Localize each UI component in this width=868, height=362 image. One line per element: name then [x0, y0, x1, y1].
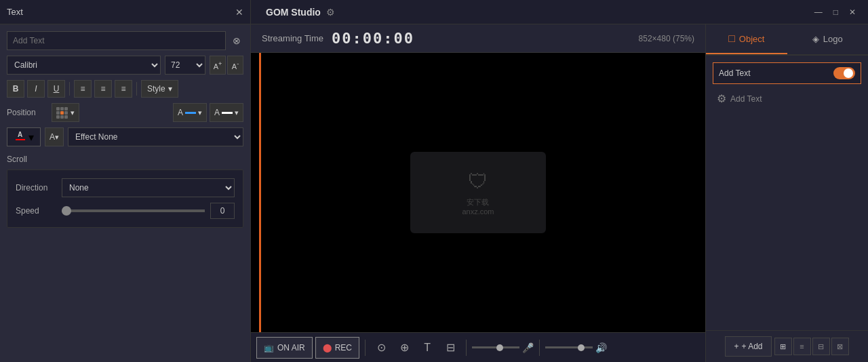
align-right-button[interactable]: ≡ — [115, 80, 132, 98]
logo-icon: ◈ — [812, 34, 819, 44]
a-label: A — [178, 108, 183, 117]
text-tool-button[interactable]: T — [417, 338, 437, 358]
chevron-down-icon-cp: ▾ — [28, 131, 34, 144]
pos-dot-8 — [60, 115, 64, 119]
watermark: 🛡 安下载anxz.com — [410, 152, 546, 233]
clear-text-button[interactable]: ⊗ — [230, 34, 243, 47]
pos-dot-1 — [56, 107, 60, 110]
speed-label: Speed — [16, 206, 56, 216]
a-small-label: A — [50, 132, 55, 142]
rec-label: REC — [335, 343, 352, 353]
style-label: Style — [147, 84, 165, 94]
mic-volume-slider[interactable] — [472, 346, 519, 348]
position-grid-button[interactable]: ▾ — [52, 103, 79, 122]
detail-view-button[interactable]: ⊟ — [812, 338, 830, 355]
left-panel: ⊗ Calibri 72 A+ A- B — [0, 24, 251, 362]
font-select[interactable]: Calibri — [7, 56, 161, 75]
text-icon: T — [424, 342, 431, 354]
speed-row: Speed 0 — [16, 203, 235, 219]
minimize-button[interactable]: — — [810, 6, 827, 18]
text-color-icon: A — [14, 131, 26, 143]
small-color-button[interactable]: A ▾ — [45, 127, 64, 146]
direction-select[interactable]: None — [62, 178, 235, 197]
left-panel-title-bar: Text ✕ — [0, 0, 251, 24]
bold-button[interactable]: B — [7, 80, 24, 98]
speaker-icon: 🔊 — [595, 342, 607, 353]
pos-dot-3 — [64, 107, 68, 110]
object-toggle[interactable] — [833, 67, 855, 79]
font-size-buttons: A+ A- — [210, 56, 243, 75]
chevron-down-icon-pos: ▾ — [71, 108, 75, 117]
font-row: Calibri 72 A+ A- — [7, 56, 243, 75]
object-tab-label: Object — [739, 34, 765, 44]
preview-area: 🛡 安下载anxz.com — [251, 53, 705, 332]
add-label: + Add — [741, 342, 762, 351]
scroll-section: Scroll Direction None Speed 0 — [7, 155, 243, 228]
settings-gear-icon[interactable]: ⚙ — [717, 92, 726, 105]
crop-icon: ⊕ — [400, 341, 409, 354]
format-row: B I U ≡ ≡ ≡ Style ▾ — [7, 80, 243, 98]
chevron-small: ▾ — [55, 133, 59, 142]
direction-label: Direction — [16, 183, 56, 193]
rec-button[interactable]: ⬤ REC — [315, 337, 359, 359]
tv-icon: 📺 — [264, 343, 274, 353]
tab-logo[interactable]: ◈ Logo — [787, 24, 869, 54]
style-button[interactable]: Style ▾ — [141, 80, 178, 98]
pos-dot-4 — [56, 111, 60, 115]
position-grid-icon — [56, 107, 68, 119]
rec-icon: ⬤ — [323, 343, 332, 353]
chevron-bg-color: ▾ — [235, 108, 239, 117]
position-label: Position — [7, 108, 47, 117]
right-grid-buttons: ⊞ ≡ ⊟ ⊠ — [774, 338, 849, 355]
maximize-button[interactable]: □ — [829, 6, 842, 18]
sort-button[interactable]: ⊠ — [831, 338, 849, 355]
text-input-row: ⊗ — [7, 31, 243, 50]
pos-dot-9 — [64, 115, 68, 119]
right-bottom-buttons: + + Add ⊞ ≡ ⊟ ⊠ — [706, 330, 868, 362]
align-left-button[interactable]: ≡ — [74, 80, 92, 98]
color-swatch-white — [222, 112, 233, 114]
scroll-direction-row: Direction None — [16, 178, 235, 197]
decrease-font-button[interactable]: A- — [227, 56, 243, 75]
on-air-label: ON AIR — [277, 343, 305, 353]
logo-tab-label: Logo — [823, 34, 843, 44]
tab-object[interactable]: □ Object — [706, 24, 787, 54]
mic-icon: 🎤 — [522, 342, 534, 353]
watermark-text: 安下载anxz.com — [462, 197, 494, 216]
font-size-select[interactable]: 72 — [165, 56, 205, 75]
color-picker-button[interactable]: A ▾ — [7, 127, 41, 146]
close-button[interactable]: ✕ — [845, 6, 860, 18]
text-bg-color-button[interactable]: A ▾ — [210, 103, 243, 122]
increase-font-button[interactable]: A+ — [210, 56, 226, 75]
bottom-toolbar: 📺 ON AIR ⬤ REC ⊙ ⊕ T ⊟ — [251, 332, 705, 362]
object-item-add-text[interactable]: Add Text — [713, 62, 861, 84]
gear-icon[interactable]: ⚙ — [326, 7, 335, 18]
underline-button[interactable]: U — [47, 80, 65, 98]
toolbar-separator-2 — [466, 340, 467, 356]
speed-slider[interactable] — [62, 209, 205, 212]
on-air-button[interactable]: 📺 ON AIR — [256, 337, 313, 359]
align-center-button[interactable]: ≡ — [94, 80, 112, 98]
image-button[interactable]: ⊟ — [440, 338, 460, 358]
add-text-input[interactable] — [7, 31, 226, 50]
speaker-volume-slider[interactable] — [545, 346, 593, 348]
grid-view-button[interactable]: ⊞ — [774, 338, 792, 355]
pos-dot-6 — [64, 111, 68, 115]
add-button[interactable]: + + Add — [725, 336, 771, 357]
italic-button[interactable]: I — [27, 80, 45, 98]
effect-row: A ▾ A ▾ Effect None — [7, 127, 243, 146]
object-item-label: Add Text — [719, 68, 828, 78]
left-panel-body: ⊗ Calibri 72 A+ A- B — [0, 24, 250, 235]
streaming-time: 00:00:00 — [332, 30, 414, 47]
object-settings-row: ⚙ Add Text — [713, 89, 861, 108]
chevron-color: ▾ — [198, 108, 202, 117]
text-color-button[interactable]: A ▾ — [173, 103, 207, 122]
effect-select[interactable]: Effect None — [68, 127, 243, 146]
list-view-button[interactable]: ≡ — [793, 338, 811, 355]
left-panel-close-button[interactable]: ✕ — [235, 7, 243, 18]
crop-button[interactable]: ⊕ — [394, 338, 414, 358]
streaming-bar: Streaming Time 00:00:00 852×480 (75%) — [251, 24, 705, 53]
plus-icon: + — [734, 342, 738, 351]
webcam-button[interactable]: ⊙ — [371, 338, 391, 358]
color-swatch-blue — [185, 112, 196, 114]
